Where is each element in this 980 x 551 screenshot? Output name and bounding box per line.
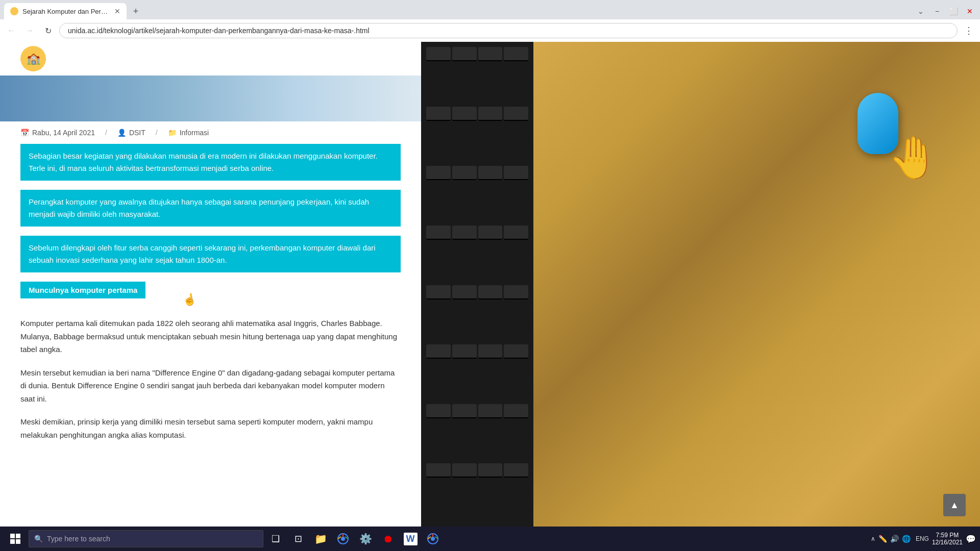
article-paragraph-1: Komputer pertama kali ditemukan pada 182… xyxy=(20,317,401,356)
photo-area: 🤚 xyxy=(421,42,980,527)
word-icon: W xyxy=(404,533,418,545)
time-display: 7:59 PM xyxy=(936,532,959,539)
highlighted-paragraph-2: Perangkat komputer yang awalnya ditujuka… xyxy=(20,190,401,227)
url-bar[interactable] xyxy=(59,23,958,38)
svg-point-1 xyxy=(341,537,345,541)
language-indicator: ENG xyxy=(916,535,929,542)
taskbar-search[interactable]: 🔍 Type here to search xyxy=(29,530,263,547)
back-button[interactable]: ← xyxy=(4,23,18,38)
task-view-icon: ❑ xyxy=(272,533,280,544)
nav-bar: ← → ↻ ⋮ xyxy=(0,19,980,42)
system-tray: ∧ ✏️ 🔊 🌐 ENG 7:59 PM 12/16/2021 💬 xyxy=(871,532,976,546)
svg-point-3 xyxy=(431,537,435,541)
desk-surface: 🤚 xyxy=(533,42,980,527)
hand-image: 🤚 xyxy=(888,134,939,182)
article-paragraph-2: Mesin tersebut kemudian ia beri nama "Di… xyxy=(20,366,401,406)
meta-sep-1: / xyxy=(105,129,107,137)
chrome-icon xyxy=(337,533,349,544)
chevron-up-icon[interactable]: ∧ xyxy=(871,535,875,542)
window-controls: ⌄ − ⬜ ✕ xyxy=(915,5,976,17)
calendar-icon: 📅 xyxy=(20,129,29,137)
highlighted-paragraph-1: Sebagian besar kegiatan yang dilakukan m… xyxy=(20,144,401,181)
keyboard-image xyxy=(421,42,533,527)
new-tab-button[interactable]: + xyxy=(129,4,143,18)
pen-icon: ✏️ xyxy=(878,535,887,543)
menu-button[interactable]: ⋮ xyxy=(962,23,976,38)
chrome-2-icon xyxy=(427,533,438,544)
widgets-icon: ⊡ xyxy=(295,533,302,544)
search-icon: 🔍 xyxy=(34,535,43,543)
scroll-to-top-button[interactable]: ▲ xyxy=(943,494,966,516)
section-heading: Munculnya komputer pertama xyxy=(20,282,145,298)
article-date: 📅 Rabu, 14 April 2021 xyxy=(20,129,95,137)
date-display: 12/16/2021 xyxy=(932,539,963,546)
maximize-button[interactable]: ⬜ xyxy=(947,5,960,17)
author-icon: 👤 xyxy=(117,129,126,137)
dropdown-button[interactable]: ⌄ xyxy=(915,5,927,17)
task-view-button[interactable]: ❑ xyxy=(265,528,286,550)
volume-icon[interactable]: 🔊 xyxy=(890,535,899,543)
forward-button[interactable]: → xyxy=(22,23,37,38)
sys-icons: ∧ ✏️ 🔊 🌐 xyxy=(871,535,911,543)
meta-sep-2: / xyxy=(156,129,158,137)
article-category: 📁 Informasi xyxy=(168,129,209,137)
record-icon: ⏺ xyxy=(383,533,393,545)
explorer-icon: 📁 xyxy=(314,533,327,545)
settings-button[interactable]: ⚙️ xyxy=(355,528,376,550)
taskbar: 🔍 Type here to search ❑ ⊡ 📁 ⚙ xyxy=(0,527,980,551)
article-area: 🏫 📅 Rabu, 14 April 2021 / 👤 DSIT xyxy=(0,42,421,527)
close-button[interactable]: ✕ xyxy=(964,5,976,17)
highlighted-paragraph-3: Sebelum dilengkapi oleh fitur serba cang… xyxy=(20,236,401,272)
article-meta: 📅 Rabu, 14 April 2021 / 👤 DSIT / 📁 Infor… xyxy=(20,121,401,144)
site-logo: 🏫 xyxy=(20,46,46,71)
settings-icon: ⚙️ xyxy=(359,533,372,545)
article-body: 📅 Rabu, 14 April 2021 / 👤 DSIT / 📁 Infor… xyxy=(0,121,421,441)
article-paragraph-3: Meski demikian, prinsip kerja yang dimil… xyxy=(20,415,401,441)
network-icon[interactable]: 🌐 xyxy=(902,535,911,543)
chrome-2-button[interactable] xyxy=(423,528,443,550)
minimize-button[interactable]: − xyxy=(931,5,943,17)
article-author: 👤 DSIT xyxy=(117,129,145,137)
tab-bar: Sejarah Komputer dan Perkemba... ✕ + ⌄ −… xyxy=(0,0,980,19)
chrome-button[interactable] xyxy=(333,528,353,550)
active-tab[interactable]: Sejarah Komputer dan Perkemba... ✕ xyxy=(4,3,127,19)
notification-icon[interactable]: 💬 xyxy=(966,534,976,544)
article-image xyxy=(0,76,421,121)
tab-favicon xyxy=(10,7,18,15)
page-content: 🏫 📅 Rabu, 14 April 2021 / 👤 DSIT xyxy=(0,42,980,527)
widgets-button[interactable]: ⊡ xyxy=(288,528,308,550)
search-placeholder-text: Type here to search xyxy=(47,535,110,543)
clock[interactable]: 7:59 PM 12/16/2021 xyxy=(932,532,963,546)
file-explorer-button[interactable]: 📁 xyxy=(310,528,331,550)
browser-window: Sejarah Komputer dan Perkemba... ✕ + ⌄ −… xyxy=(0,0,980,551)
tab-close-button[interactable]: ✕ xyxy=(114,7,120,15)
category-icon: 📁 xyxy=(168,129,177,137)
section-heading-wrapper: Munculnya komputer pertama xyxy=(20,282,401,308)
windows-icon xyxy=(10,534,20,544)
record-button[interactable]: ⏺ xyxy=(378,528,398,550)
word-button[interactable]: W xyxy=(400,528,421,550)
tab-title: Sejarah Komputer dan Perkemba... xyxy=(22,8,110,15)
refresh-button[interactable]: ↻ xyxy=(41,23,55,38)
start-button[interactable] xyxy=(4,528,27,550)
